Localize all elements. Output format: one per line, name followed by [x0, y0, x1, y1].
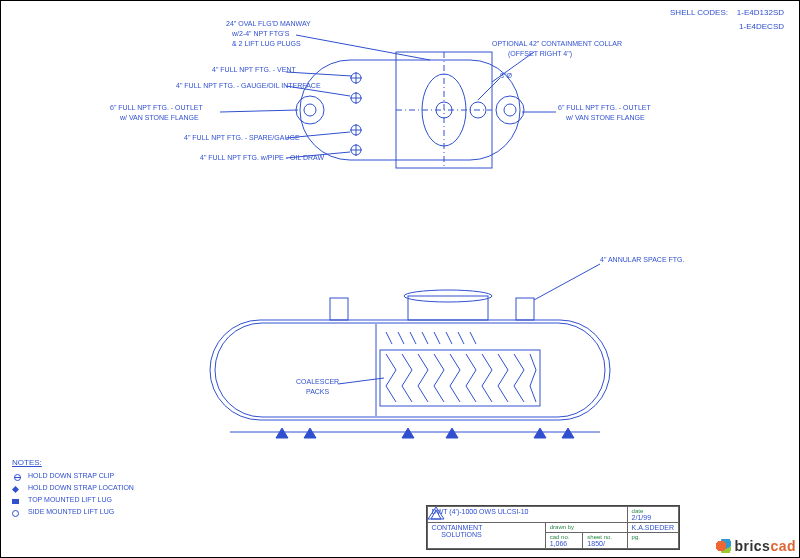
tb-date: 2/1/99: [632, 514, 674, 521]
svg-point-44: [13, 511, 19, 517]
company-logo-icon: [427, 506, 445, 520]
shell-code-1: 1-E4D132SD: [737, 8, 784, 17]
svg-point-7: [304, 104, 316, 116]
svg-line-30: [478, 78, 500, 100]
svg-rect-43: [12, 499, 19, 504]
brand-motif-icon: [716, 539, 732, 553]
callout-manway-1: 24" OVAL FLG'D MANWAY: [226, 20, 311, 27]
notes-title: NOTES:: [12, 458, 42, 467]
callout-gauge: 4" FULL NPT FTG. - SPARE/GAUGE: [184, 134, 300, 141]
note-2: HOLD DOWN STRAP LOCATION: [28, 484, 134, 491]
drawing-canvas: [0, 0, 800, 558]
shell-codes-label: SHELL CODES:: [670, 8, 728, 17]
svg-rect-37: [380, 350, 540, 406]
svg-rect-35: [330, 298, 348, 320]
svg-line-23: [296, 35, 430, 60]
callout-vent: 4" FULL NPT FTG. - VENT: [212, 66, 296, 73]
tb-cad: 1,066: [550, 540, 579, 547]
callout-collar-1: OPTIONAL 42" CONTAINMENT COLLAR: [492, 40, 622, 47]
callout-annular: 4" ANNULAR SPACE FTG.: [600, 256, 684, 263]
svg-rect-33: [408, 296, 488, 320]
callout-vanstone-left: w/ VAN STONE FLANGE: [120, 114, 199, 121]
callout-packs-1: COALESCER: [296, 378, 339, 385]
legend-toplug-icon: [12, 498, 19, 505]
tb-company-2: SOLUTIONS: [441, 531, 481, 538]
titleblock: DWT (4')-1000 OWS ULCSI-10 date2/1/99 CO…: [426, 505, 680, 550]
callout-outlet-left: 6" FULL NPT FTG. - OUTLET: [110, 104, 203, 111]
callout-oildraw: 4" FULL NPT FTG. w/PIPE - OIL DRAW: [200, 154, 324, 161]
shell-code-2: 1-E4DECSD: [739, 22, 784, 31]
note-4: SIDE MOUNTED LIFT LUG: [28, 508, 114, 515]
svg-line-40: [338, 378, 384, 384]
tb-company-1: CONTAINMENT: [432, 524, 483, 531]
callout-interface: 4" FULL NPT FTG. - GAUGE/OIL INTERFACE: [176, 82, 321, 89]
callout-collar-2: (OFFSET RIGHT 4"): [508, 50, 572, 57]
tb-drawn: K.A.SDEDER: [632, 524, 674, 531]
note-1: HOLD DOWN STRAP CLIP: [28, 472, 114, 479]
callout-packs-2: PACKS: [306, 388, 329, 395]
callout-manway-3: & 2 LIFT LUG PLUGS: [232, 40, 301, 47]
tb-sheet: 1850/: [587, 540, 622, 547]
legend-clip-icon: [14, 474, 21, 481]
note-3: TOP MOUNTED LIFT LUG: [28, 496, 112, 503]
callout-manway-2: w/2-4" NPT FTG'S: [232, 30, 289, 37]
callout-8dia: 8"Ø: [500, 72, 512, 79]
app-brand: bricscad: [714, 538, 796, 554]
svg-line-26: [220, 110, 298, 112]
legend-strap-icon: [12, 486, 19, 493]
svg-rect-36: [516, 298, 534, 320]
tb-title: DWT (4')-1000 OWS ULCSI-10: [432, 508, 529, 515]
tb-page-lbl: pg.: [632, 534, 674, 540]
callout-vanstone-right: w/ VAN STONE FLANGE: [566, 114, 645, 121]
tb-drawn-lbl: drawn by: [550, 524, 623, 530]
callout-outlet-right: 6" FULL NPT FTG. - OUTLET: [558, 104, 651, 111]
svg-line-39: [534, 264, 600, 300]
legend-sidelug-icon: [12, 510, 19, 517]
svg-point-9: [504, 104, 516, 116]
